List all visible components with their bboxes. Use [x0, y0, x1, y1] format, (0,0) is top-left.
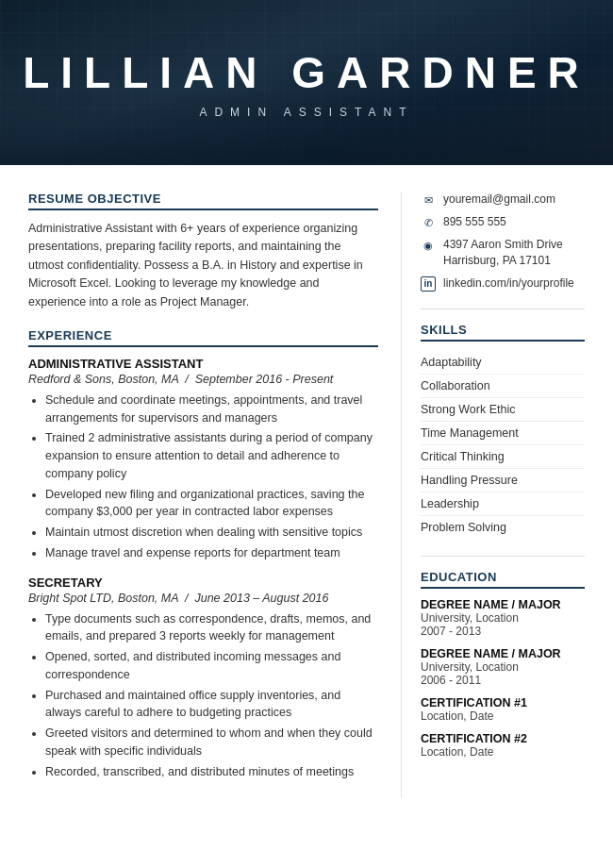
candidate-title: ADMIN ASSISTANT [199, 106, 413, 119]
contact-email: ✉ youremail@gmail.com [421, 192, 585, 208]
skill-item: Critical Thinking [421, 445, 585, 469]
contact-phone: ✆ 895 555 555 [421, 214, 585, 230]
list-item: Type documents such as correspondence, d… [45, 610, 378, 646]
address-icon: ◉ [421, 238, 436, 253]
edu-school: University, Location [421, 660, 585, 674]
divider-2 [421, 556, 585, 557]
resume-header: LILLIAN GARDNER ADMIN ASSISTANT [0, 0, 613, 165]
edu-degree: Certification #2 [421, 732, 585, 745]
email-icon: ✉ [421, 192, 436, 208]
contact-address: ◉ 4397 Aaron Smith Drive Harrisburg, PA … [421, 237, 585, 269]
list-item: Recorded, transcribed, and distributed m… [45, 763, 378, 781]
skill-item: Handling Pressure [421, 469, 585, 492]
left-column: Resume Objective Administrative Assistan… [28, 192, 401, 797]
edu-degree: Degree Name / Major [421, 598, 585, 611]
job-2: Secretary Bright Spot LTD, Boston, MA / … [28, 576, 378, 781]
objective-heading: Resume Objective [28, 192, 378, 210]
address-value: 4397 Aaron Smith Drive Harrisburg, PA 17… [443, 237, 563, 269]
objective-section: Resume Objective Administrative Assistan… [28, 192, 378, 311]
list-item: Trained 2 administrative assistants duri… [45, 429, 378, 482]
list-item: Purchased and maintained office supply i… [45, 687, 378, 723]
candidate-name: LILLIAN GARDNER [23, 47, 590, 98]
edu-school: Location, Date [421, 745, 585, 759]
linkedin-icon: in [421, 276, 436, 292]
skill-item: Collaboration [421, 375, 585, 398]
skill-item: Time Management [421, 422, 585, 445]
skills-list: AdaptabilityCollaborationStrong Work Eth… [421, 351, 585, 539]
edu-year: 2006 - 2011 [421, 674, 585, 687]
skill-item: Adaptability [421, 351, 585, 375]
right-column: ✉ youremail@gmail.com ✆ 895 555 555 ◉ 43… [401, 192, 585, 797]
education-heading: Education [421, 570, 585, 589]
edu-school: Location, Date [421, 709, 585, 723]
skills-section: Skills AdaptabilityCollaborationStrong W… [421, 323, 585, 539]
education-item: Degree Name / Major University, Location… [421, 598, 585, 638]
skill-item: Leadership [421, 492, 585, 516]
skill-item: Problem Solving [421, 516, 585, 539]
list-item: Opened, sorted, and distributed incoming… [45, 648, 378, 684]
education-item: Degree Name / Major University, Location… [421, 647, 585, 687]
resume-body: Resume Objective Administrative Assistan… [0, 165, 613, 824]
skills-heading: Skills [421, 323, 585, 342]
list-item: Developed new filing and organizational … [45, 486, 378, 522]
objective-text: Administrative Assistant with 6+ years o… [28, 220, 378, 311]
contact-section: ✉ youremail@gmail.com ✆ 895 555 555 ◉ 43… [421, 192, 585, 292]
edu-degree: Degree Name / Major [421, 647, 585, 660]
list-item: Manage travel and expense reports for de… [45, 544, 378, 562]
experience-section: Experience Administrative Assistant Redf… [28, 328, 378, 781]
contact-linkedin: in linkedin.com/in/yourprofile [421, 275, 585, 292]
education-list: Degree Name / Major University, Location… [421, 598, 585, 759]
experience-heading: Experience [28, 328, 378, 347]
job-1-bullets: Schedule and coordinate meetings, appoin… [28, 392, 378, 562]
phone-value: 895 555 555 [443, 214, 506, 230]
education-section: Education Degree Name / Major University… [421, 570, 585, 759]
edu-school: University, Location [421, 611, 585, 625]
job-2-bullets: Type documents such as correspondence, d… [28, 610, 378, 781]
edu-year: 2007 - 2013 [421, 625, 585, 638]
linkedin-value: linkedin.com/in/yourprofile [443, 275, 574, 292]
job-1-company: Redford & Sons, Boston, MA / September 2… [28, 373, 378, 386]
list-item: Schedule and coordinate meetings, appoin… [45, 392, 378, 427]
skill-item: Strong Work Ethic [421, 398, 585, 422]
education-item: Certification #2 Location, Date [421, 732, 585, 759]
list-item: Greeted visitors and determined to whom … [45, 725, 378, 760]
job-2-company: Bright Spot LTD, Boston, MA / June 2013 … [28, 592, 378, 605]
edu-degree: Certification #1 [421, 696, 585, 709]
phone-icon: ✆ [421, 215, 436, 230]
job-1-title: Administrative Assistant [28, 357, 378, 371]
job-1: Administrative Assistant Redford & Sons,… [28, 357, 378, 562]
list-item: Maintain utmost discretion when dealing … [45, 524, 378, 542]
education-item: Certification #1 Location, Date [421, 696, 585, 723]
email-value: youremail@gmail.com [443, 192, 555, 208]
job-2-title: Secretary [28, 576, 378, 590]
divider-1 [421, 309, 585, 309]
